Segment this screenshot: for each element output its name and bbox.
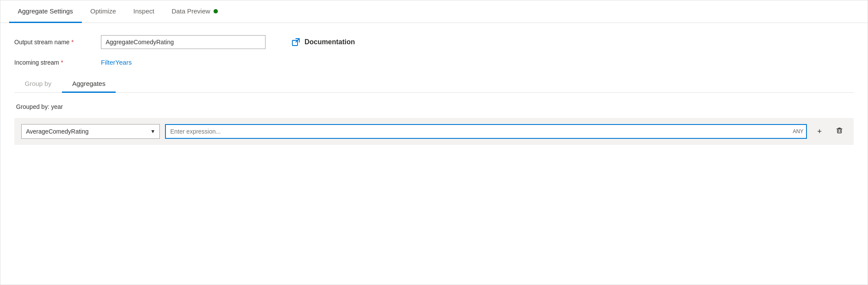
incoming-stream-required: * <box>61 59 63 66</box>
output-stream-required: * <box>71 39 74 46</box>
incoming-stream-label: Incoming stream* <box>14 59 101 66</box>
tab-inspect[interactable]: Inspect <box>125 0 163 23</box>
aggregate-row-container: AverageComedyRating ▼ ANY + <box>14 118 854 145</box>
status-dot <box>214 9 218 13</box>
documentation-section: Documentation <box>291 38 355 46</box>
incoming-stream-row: Incoming stream* FilterYears <box>14 59 854 66</box>
sub-tab-aggregates[interactable]: Aggregates <box>62 75 116 93</box>
column-dropdown-container: AverageComedyRating ▼ <box>21 124 160 139</box>
tab-aggregate-settings[interactable]: Aggregate Settings <box>9 0 82 23</box>
grouped-by-label: Grouped by: year <box>14 103 854 110</box>
documentation-label: Documentation <box>304 38 355 46</box>
column-dropdown[interactable]: AverageComedyRating <box>21 124 160 139</box>
any-badge: ANY <box>793 128 803 134</box>
add-button[interactable]: + <box>812 124 827 139</box>
output-stream-row: Output stream name* Documentation <box>14 35 854 49</box>
add-icon: + <box>817 127 822 136</box>
expression-input[interactable] <box>165 124 807 139</box>
tab-optimize[interactable]: Optimize <box>82 0 125 23</box>
sub-tab-bar: Group by Aggregates <box>14 75 854 93</box>
output-stream-label: Output stream name* <box>14 39 101 46</box>
expression-container: ANY <box>165 124 807 139</box>
output-stream-input[interactable] <box>101 35 266 49</box>
svg-rect-2 <box>838 129 842 133</box>
main-container: Aggregate Settings Optimize Inspect Data… <box>0 0 868 285</box>
delete-icon <box>836 127 843 136</box>
incoming-stream-link[interactable]: FilterYears <box>101 59 132 66</box>
external-link-icon[interactable] <box>291 38 300 46</box>
content-area: Output stream name* Documentation Incomi… <box>0 23 868 155</box>
tab-bar: Aggregate Settings Optimize Inspect Data… <box>0 0 868 23</box>
delete-button[interactable] <box>832 124 847 139</box>
tab-data-preview[interactable]: Data Preview <box>163 0 227 23</box>
sub-tab-group-by[interactable]: Group by <box>14 75 62 93</box>
